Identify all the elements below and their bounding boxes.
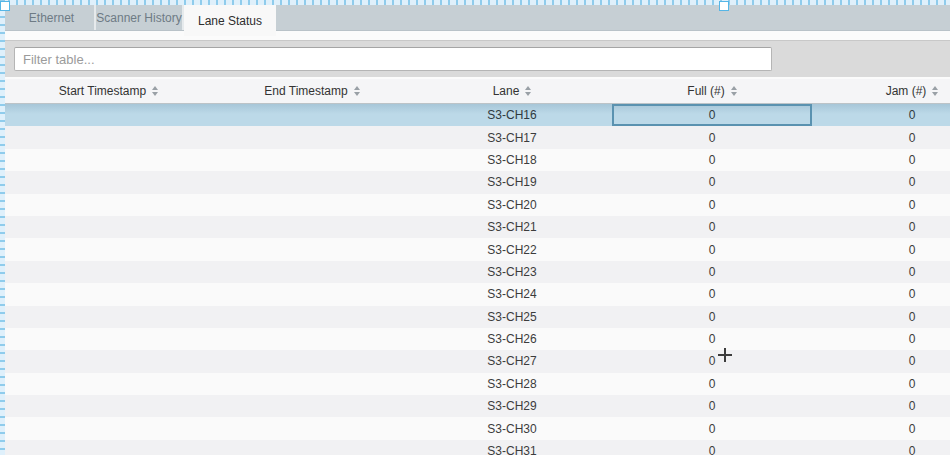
cell-full[interactable]: 0 <box>612 194 812 216</box>
table-row[interactable]: S3-CH17 0 0 <box>5 126 950 148</box>
cell-end-timestamp[interactable] <box>212 440 412 455</box>
table-row[interactable]: S3-CH28 0 0 <box>5 373 950 395</box>
cell-full[interactable]: 0 <box>612 440 812 455</box>
column-header-full[interactable]: Full (#) <box>612 79 812 103</box>
column-header-jam[interactable]: Jam (#) <box>812 79 950 103</box>
cell-jam[interactable]: 0 <box>812 417 950 439</box>
cell-lane[interactable]: S3-CH16 <box>412 104 612 126</box>
cell-lane[interactable]: S3-CH28 <box>412 373 612 395</box>
cell-full[interactable]: 0 <box>612 395 812 417</box>
cell-jam[interactable]: 0 <box>812 261 950 283</box>
cell-start-timestamp[interactable] <box>5 440 212 455</box>
column-header-start-timestamp[interactable]: Start Timestamp <box>5 79 212 103</box>
cell-lane[interactable]: S3-CH23 <box>412 261 612 283</box>
cell-start-timestamp[interactable] <box>5 283 212 305</box>
cell-full[interactable]: 0 <box>612 417 812 439</box>
cell-lane[interactable]: S3-CH30 <box>412 417 612 439</box>
table-row[interactable]: S3-CH30 0 0 <box>5 417 950 439</box>
cell-end-timestamp[interactable] <box>212 350 412 372</box>
cell-start-timestamp[interactable] <box>5 238 212 260</box>
cell-lane[interactable]: S3-CH25 <box>412 306 612 328</box>
cell-full[interactable]: 0 <box>612 283 812 305</box>
cell-jam[interactable]: 0 <box>812 306 950 328</box>
cell-end-timestamp[interactable] <box>212 238 412 260</box>
cell-start-timestamp[interactable] <box>5 350 212 372</box>
cell-end-timestamp[interactable] <box>212 306 412 328</box>
cell-start-timestamp[interactable] <box>5 126 212 148</box>
cell-jam[interactable]: 0 <box>812 373 950 395</box>
cell-end-timestamp[interactable] <box>212 417 412 439</box>
cell-start-timestamp[interactable] <box>5 149 212 171</box>
cell-lane[interactable]: S3-CH17 <box>412 126 612 148</box>
table-row[interactable]: S3-CH31 0 0 <box>5 440 950 455</box>
cell-full[interactable]: 0 <box>612 149 812 171</box>
cell-jam[interactable]: 0 <box>812 328 950 350</box>
cell-lane[interactable]: S3-CH27 <box>412 350 612 372</box>
cell-end-timestamp[interactable] <box>212 395 412 417</box>
cell-full[interactable]: 0 <box>612 171 812 193</box>
cell-jam[interactable]: 0 <box>812 440 950 455</box>
cell-full[interactable]: 0 <box>612 261 812 283</box>
table-row[interactable]: S3-CH27 0 0 <box>5 350 950 372</box>
cell-jam[interactable]: 0 <box>812 171 950 193</box>
cell-end-timestamp[interactable] <box>212 216 412 238</box>
cell-end-timestamp[interactable] <box>212 261 412 283</box>
tab-lane-status[interactable]: Lane Status <box>184 5 276 36</box>
cell-jam[interactable]: 0 <box>812 149 950 171</box>
table-row[interactable]: S3-CH20 0 0 <box>5 194 950 216</box>
cell-jam[interactable]: 0 <box>812 126 950 148</box>
cell-jam[interactable]: 0 <box>812 238 950 260</box>
cell-start-timestamp[interactable] <box>5 306 212 328</box>
tab-ethernet[interactable]: Ethernet <box>9 5 96 30</box>
column-header-end-timestamp[interactable]: End Timestamp <box>212 79 412 103</box>
cell-end-timestamp[interactable] <box>212 149 412 171</box>
cell-jam[interactable]: 0 <box>812 216 950 238</box>
filter-input[interactable] <box>14 47 772 71</box>
cell-full[interactable]: 0 <box>612 216 812 238</box>
cell-lane[interactable]: S3-CH31 <box>412 440 612 455</box>
cell-end-timestamp[interactable] <box>212 283 412 305</box>
table-row[interactable]: S3-CH26 0 0 <box>5 328 950 350</box>
table-row[interactable]: S3-CH18 0 0 <box>5 149 950 171</box>
table-row[interactable]: S3-CH22 0 0 <box>5 238 950 260</box>
cell-end-timestamp[interactable] <box>212 373 412 395</box>
cell-start-timestamp[interactable] <box>5 261 212 283</box>
column-header-lane[interactable]: Lane <box>412 79 612 103</box>
table-row[interactable]: S3-CH19 0 0 <box>5 171 950 193</box>
cell-lane[interactable]: S3-CH19 <box>412 171 612 193</box>
table-row[interactable]: S3-CH24 0 0 <box>5 283 950 305</box>
table-row[interactable]: S3-CH16 0 0 <box>5 104 950 126</box>
cell-lane[interactable]: S3-CH26 <box>412 328 612 350</box>
cell-start-timestamp[interactable] <box>5 216 212 238</box>
table-row[interactable]: S3-CH21 0 0 <box>5 216 950 238</box>
tab-scanner-history[interactable]: Scanner History <box>96 5 184 30</box>
cell-start-timestamp[interactable] <box>5 171 212 193</box>
cell-start-timestamp[interactable] <box>5 395 212 417</box>
cell-lane[interactable]: S3-CH21 <box>412 216 612 238</box>
cell-full[interactable]: 0 <box>612 104 812 126</box>
cell-full[interactable]: 0 <box>612 328 812 350</box>
table-row[interactable]: S3-CH29 0 0 <box>5 395 950 417</box>
cell-full[interactable]: 0 <box>612 373 812 395</box>
selection-handle-top-center[interactable] <box>719 1 729 11</box>
cell-start-timestamp[interactable] <box>5 417 212 439</box>
cell-jam[interactable]: 0 <box>812 194 950 216</box>
cell-end-timestamp[interactable] <box>212 171 412 193</box>
cell-start-timestamp[interactable] <box>5 104 212 126</box>
cell-end-timestamp[interactable] <box>212 126 412 148</box>
cell-end-timestamp[interactable] <box>212 104 412 126</box>
cell-jam[interactable]: 0 <box>812 104 950 126</box>
cell-jam[interactable]: 0 <box>812 283 950 305</box>
selection-handle-top-left[interactable] <box>0 1 10 11</box>
cell-lane[interactable]: S3-CH18 <box>412 149 612 171</box>
cell-lane[interactable]: S3-CH29 <box>412 395 612 417</box>
cell-end-timestamp[interactable] <box>212 194 412 216</box>
cell-full[interactable]: 0 <box>612 238 812 260</box>
table-row[interactable]: S3-CH25 0 0 <box>5 306 950 328</box>
cell-end-timestamp[interactable] <box>212 328 412 350</box>
table-row[interactable]: S3-CH23 0 0 <box>5 261 950 283</box>
cell-jam[interactable]: 0 <box>812 350 950 372</box>
cell-lane[interactable]: S3-CH20 <box>412 194 612 216</box>
cell-full[interactable]: 0 <box>612 306 812 328</box>
cell-full[interactable]: 0 <box>612 350 812 372</box>
